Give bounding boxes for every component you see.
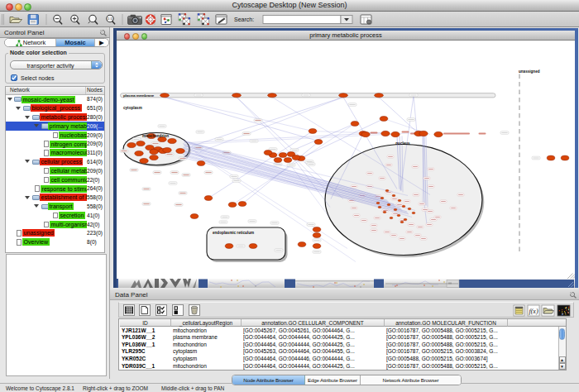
svg-text:nucleus: nucleus	[395, 141, 410, 146]
svg-text:1:1: 1:1	[108, 17, 112, 21]
svg-text:f(x): f(x)	[529, 307, 538, 314]
svg-text:plasma membrane: plasma membrane	[123, 93, 155, 97]
svg-text:mitochondrion: mitochondrion	[142, 133, 169, 137]
svg-text:endoplasmic reticulum: endoplasmic reticulum	[213, 230, 254, 234]
svg-text:Search:: Search:	[234, 17, 254, 22]
svg-text:unassigned: unassigned	[519, 69, 540, 73]
svg-text:cytoplasm: cytoplasm	[123, 105, 142, 109]
